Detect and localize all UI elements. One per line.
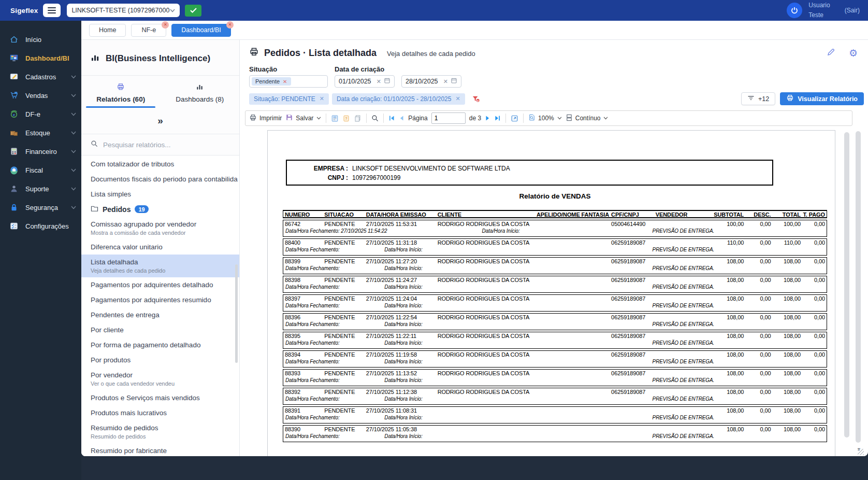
sidebar-item-label: Financeiro — [25, 148, 57, 156]
last-page-icon[interactable] — [494, 115, 501, 121]
top-bar: Sigeflex LINKSOFT-TESTE (10972967000199)… — [0, 0, 868, 21]
tab-dashboards[interactable]: Dashboards (8) — [161, 83, 240, 111]
next-page-icon[interactable] — [485, 115, 490, 121]
hamburger-menu-icon[interactable] — [43, 4, 61, 17]
tab-home[interactable]: Home — [89, 24, 126, 37]
gear-icon[interactable]: ⚙ — [849, 48, 858, 58]
previsao-label: PREVISÃO DE ENTREGA. — [653, 414, 715, 421]
collapse-panel-icon[interactable]: » — [81, 111, 239, 134]
tab-relatorios[interactable]: Relatórios (60) — [81, 83, 161, 111]
tab-nf-e[interactable]: NF-e✕ — [131, 24, 166, 37]
panel-scrollbar[interactable] — [856, 131, 861, 443]
applied-filter-chip[interactable]: Situação: PENDENTE✕ — [249, 93, 329, 105]
cell-emissao: 27/10/2025 11:53:31 — [366, 221, 437, 228]
visualizar-relatorio-button[interactable]: Visualizar Relatório — [780, 92, 864, 105]
report-list-item[interactable]: Por vendedorVer o que cada vendedor vend… — [81, 368, 239, 390]
report-item-title: Por cliente — [91, 324, 230, 335]
clear-filters-icon[interactable]: x — [471, 95, 480, 103]
report-search[interactable] — [81, 134, 239, 155]
sidebar-item-seguranca[interactable]: Segurança — [0, 198, 81, 217]
date-to-field[interactable]: 28/10/2025 ✕ — [401, 75, 461, 88]
power-icon[interactable] — [787, 3, 802, 18]
report-list-item[interactable]: Por produtos — [81, 352, 239, 368]
search-icon[interactable] — [371, 115, 379, 122]
close-icon[interactable]: ✕ — [283, 79, 287, 84]
report-list-item[interactable]: Com totalizador de tributos — [81, 157, 239, 172]
report-list-item[interactable]: Comissao agrupado por vendedorMostra a c… — [81, 217, 239, 239]
calendar-icon[interactable] — [384, 77, 390, 86]
sidebar-item-vendas[interactable]: Vendas — [0, 86, 81, 105]
cell-situacao: PENDENTE — [324, 333, 365, 340]
close-icon[interactable]: ✕ — [320, 95, 324, 102]
sidebar-item-fiscal[interactable]: Fiscal — [0, 161, 81, 179]
sidebar-item-dashboard[interactable]: Dashboard/BI — [0, 49, 81, 67]
sidebar-item-dfe[interactable]: eDF-e — [0, 105, 81, 123]
cell-situacao: PENDENTE — [324, 407, 365, 414]
applied-filter-chip[interactable]: Data de criação: 01/10/2025 - 28/10/2025… — [332, 93, 465, 105]
clear-icon[interactable]: ✕ — [377, 78, 381, 85]
document-map-icon[interactable] — [331, 115, 339, 122]
sidebar-item-home[interactable]: Início — [0, 30, 81, 49]
sidebar-item-estoque[interactable]: Estoque — [0, 123, 81, 142]
report-list-item[interactable]: Diferenca valor unitario — [81, 239, 239, 255]
confirm-company-button[interactable] — [185, 5, 201, 17]
report-list-item[interactable]: Documentos fiscais do periodo para conta… — [81, 172, 239, 187]
page-setup-icon[interactable] — [354, 115, 361, 122]
cell-situacao: PENDENTE — [324, 295, 365, 302]
report-list-item[interactable]: Lista detalhadaVeja detalhes de cada ped… — [81, 255, 239, 277]
report-list-item[interactable]: Resumido por fabricante — [81, 443, 239, 456]
fullscreen-icon[interactable] — [511, 115, 518, 122]
report-list-item[interactable]: Pagamentos por adquirentes resumido — [81, 292, 239, 307]
cell-numero: 88394 — [284, 351, 324, 358]
pencil-icon[interactable] — [827, 48, 835, 59]
cell-total: 108,00 — [771, 258, 801, 265]
cell-tpago: 0,00 — [801, 407, 826, 414]
vendas-icon — [9, 91, 21, 100]
calendar-icon[interactable] — [451, 77, 457, 86]
resize-grip[interactable] — [858, 449, 864, 455]
page-number-input[interactable] — [431, 112, 466, 124]
cell-subtotal: 108,00 — [696, 351, 744, 358]
tab-dashboard-bi[interactable]: Dashboard/BI✕ — [171, 24, 230, 37]
dashboard-icon — [9, 53, 21, 63]
report-group-pedidos[interactable]: Pedidos19 — [81, 202, 239, 217]
report-list-item[interactable]: Por forma de pagamento detalhado — [81, 337, 239, 352]
sidebar-item-configuracoes[interactable]: Configurações — [0, 217, 81, 235]
parameters-icon[interactable]: ? — [342, 115, 350, 122]
report-list-item[interactable]: Lista simples — [81, 187, 239, 202]
report-list-item[interactable]: Por cliente — [81, 322, 239, 337]
company-select[interactable]: LINKSOFT-TESTE (10972967000199) — [67, 4, 180, 17]
view-mode-control[interactable]: Contínuo — [566, 114, 609, 123]
search-input[interactable] — [103, 141, 230, 149]
zoom-control[interactable]: 100% — [528, 114, 562, 123]
first-page-icon[interactable] — [388, 115, 395, 121]
print-button[interactable]: Imprimir — [249, 114, 282, 123]
fechamento-label: Data/Hora Fechamento: — [285, 302, 340, 309]
report-scrollbar[interactable] — [844, 132, 849, 437]
previsao-label: PREVISÃO DE ENTREGA. — [653, 396, 715, 403]
situacao-field[interactable]: Pendente ✕ — [249, 75, 328, 88]
close-icon[interactable]: ✕ — [455, 95, 460, 102]
close-icon[interactable]: ✕ — [226, 21, 234, 29]
logout-link[interactable]: (Sair) — [845, 7, 860, 14]
report-list-item[interactable]: Produtos mais lucrativos — [81, 405, 239, 420]
report-list-item[interactable]: Resumido de pedidosResumido de pedidos — [81, 420, 239, 443]
sidebar-item-suporte[interactable]: Suporte — [0, 179, 81, 198]
report-item-title: Diferenca valor unitario — [91, 242, 230, 252]
report-list-item[interactable]: Pagamentos por adquirentes detalhado — [81, 277, 239, 292]
close-icon[interactable]: ✕ — [162, 21, 169, 29]
page-subtitle: Veja detalhes de cada pedido — [387, 50, 475, 58]
report-list-item[interactable]: Pendentes de entrega — [81, 307, 239, 322]
table-row-main: 86742PENDENTE27/10/2025 11:53:31RODRIGO … — [284, 221, 826, 228]
more-filters-button[interactable]: +12 — [741, 92, 775, 105]
save-button[interactable]: Salvar — [285, 114, 321, 123]
previous-page-icon[interactable] — [399, 115, 404, 121]
page-label: Página — [408, 115, 427, 122]
date-from-field[interactable]: 01/10/2025 ✕ — [335, 75, 395, 88]
clear-icon[interactable]: ✕ — [443, 78, 448, 85]
chevron-down-icon — [71, 94, 76, 97]
report-list-item[interactable]: Produtos e Serviços mais vendidos — [81, 390, 239, 405]
sidebar-item-cadastros[interactable]: Cadastros — [0, 67, 81, 86]
sidebar-item-financeiro[interactable]: Financeiro — [0, 142, 81, 161]
panel-scrollbar[interactable] — [235, 264, 238, 363]
